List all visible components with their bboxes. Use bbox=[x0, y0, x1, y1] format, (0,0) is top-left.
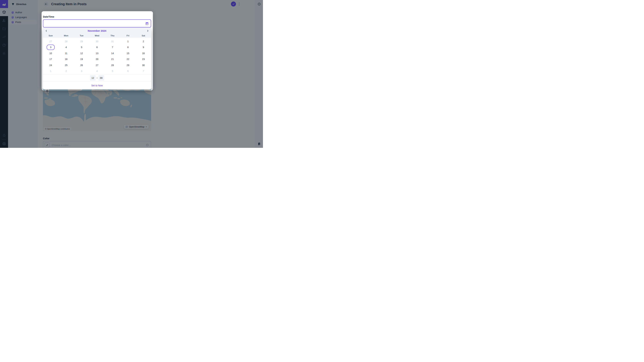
calendar-day[interactable]: 25 bbox=[58, 62, 74, 68]
calendar-day-selected[interactable]: 3 bbox=[43, 44, 58, 50]
check-icon bbox=[232, 3, 235, 5]
calendar-day[interactable]: 27 bbox=[89, 62, 105, 68]
calendar-day[interactable]: 7 bbox=[136, 68, 151, 74]
calendar-day[interactable]: 28 bbox=[58, 38, 74, 44]
calendar-day[interactable]: 6 bbox=[120, 68, 136, 74]
calendar-grid: 2728293031123456789101112131415161718192… bbox=[43, 38, 151, 74]
calendar-day[interactable]: 14 bbox=[105, 50, 120, 56]
calendar-day[interactable]: 11 bbox=[58, 50, 74, 56]
module-users[interactable] bbox=[0, 16, 8, 24]
calendar-day[interactable]: 1 bbox=[43, 68, 58, 74]
nav-sidebar: Directus AuthorLanguagesPosts bbox=[8, 0, 38, 148]
nav-item-languages[interactable]: Languages bbox=[9, 15, 37, 19]
calendar-day[interactable]: 9 bbox=[136, 44, 151, 50]
calendar-day[interactable]: 10 bbox=[43, 50, 58, 56]
weekday-label: Wed bbox=[89, 33, 105, 38]
module-help[interactable] bbox=[0, 41, 8, 49]
calendar-day[interactable]: 15 bbox=[120, 50, 136, 56]
chevron-down-icon bbox=[146, 126, 147, 128]
calendar-day[interactable]: 4 bbox=[89, 68, 105, 74]
notifications-button[interactable] bbox=[0, 131, 8, 139]
calendar-header: November 2024 SunMonTueWedThuFriSat bbox=[43, 28, 151, 38]
calendar-day[interactable]: 6 bbox=[89, 44, 105, 50]
previous-month-button[interactable] bbox=[44, 29, 48, 33]
calendar-day[interactable]: 2 bbox=[58, 68, 74, 74]
calendar-day[interactable]: 19 bbox=[74, 56, 89, 62]
database-icon bbox=[12, 21, 14, 23]
back-button[interactable] bbox=[44, 2, 48, 6]
color-input[interactable] bbox=[50, 144, 146, 146]
month-label[interactable]: November 2024 bbox=[88, 29, 106, 32]
calendar-day[interactable]: 27 bbox=[43, 38, 58, 44]
next-month-button[interactable] bbox=[146, 29, 150, 33]
map-field[interactable]: © OpenStreetMap contributors OpenStreetM… bbox=[43, 87, 151, 131]
calendar-day[interactable]: 26 bbox=[74, 62, 89, 68]
calendar-day[interactable]: 12 bbox=[74, 50, 89, 56]
calendar-day[interactable]: 20 bbox=[89, 56, 105, 62]
time-row: 12 : 00 bbox=[43, 74, 151, 81]
calendar-day[interactable]: 23 bbox=[136, 56, 151, 62]
calendar-day[interactable]: 30 bbox=[136, 62, 151, 68]
calendar-day[interactable]: 13 bbox=[89, 50, 105, 56]
map-icon bbox=[126, 125, 128, 128]
project-gem-icon bbox=[12, 2, 14, 6]
calendar-day[interactable]: 17 bbox=[43, 56, 58, 62]
set-to-now-button[interactable]: Set to Now bbox=[91, 84, 103, 87]
revisions-sidebar-button[interactable] bbox=[255, 140, 263, 148]
module-content[interactable] bbox=[0, 8, 8, 16]
arrow-left-icon bbox=[44, 3, 48, 5]
more-options-button[interactable] bbox=[238, 2, 241, 6]
info-icon bbox=[258, 2, 261, 6]
datetime-input-wrapper bbox=[43, 19, 151, 27]
palette-icon[interactable] bbox=[146, 144, 149, 146]
calendar-day[interactable]: 29 bbox=[120, 62, 136, 68]
weekday-label: Thu bbox=[105, 33, 120, 38]
module-insights[interactable] bbox=[0, 33, 8, 41]
calendar-day[interactable]: 22 bbox=[120, 56, 136, 62]
directus-logo[interactable] bbox=[0, 0, 8, 8]
nav-item-author[interactable]: Author bbox=[9, 10, 37, 14]
calendar-day[interactable]: 24 bbox=[43, 62, 58, 68]
calendar-icon[interactable] bbox=[146, 22, 148, 25]
nav-item-label: Posts bbox=[15, 21, 21, 23]
nav-item-posts[interactable]: Posts bbox=[9, 20, 37, 24]
database-icon bbox=[12, 16, 14, 18]
datetime-field-label: DateTime bbox=[43, 15, 54, 18]
map-add-point-button[interactable] bbox=[45, 89, 49, 93]
hour-input[interactable]: 12 bbox=[90, 75, 96, 81]
weekday-label: Tue bbox=[74, 33, 89, 38]
account-button[interactable] bbox=[0, 140, 8, 148]
module-settings[interactable] bbox=[0, 49, 8, 57]
info-sidebar-button[interactable] bbox=[255, 0, 263, 8]
pin-plus-icon bbox=[46, 90, 49, 92]
calendar-day[interactable]: 1 bbox=[120, 38, 136, 44]
project-header[interactable]: Directus bbox=[8, 0, 38, 8]
minute-input[interactable]: 00 bbox=[98, 75, 104, 81]
calendar-day[interactable]: 21 bbox=[105, 56, 120, 62]
calendar-day[interactable]: 3 bbox=[74, 68, 89, 74]
color-swatch-button[interactable] bbox=[44, 142, 50, 147]
calendar-day[interactable]: 28 bbox=[105, 62, 120, 68]
calendar-day[interactable]: 30 bbox=[89, 38, 105, 44]
calendar-day[interactable]: 16 bbox=[136, 50, 151, 56]
map-attribution: © OpenStreetMap contributors bbox=[44, 127, 71, 130]
chevron-right-icon bbox=[146, 30, 149, 32]
directus-app: © OpenStreetMap contributors OpenStreetM… bbox=[0, 0, 263, 148]
calendar-day[interactable]: 5 bbox=[105, 68, 120, 74]
calendar-day[interactable]: 7 bbox=[105, 44, 120, 50]
save-button[interactable] bbox=[231, 1, 236, 6]
calendar-day[interactable]: 2 bbox=[136, 38, 151, 44]
calendar-day[interactable]: 29 bbox=[74, 38, 89, 44]
database-icon bbox=[12, 11, 14, 14]
calendar-day[interactable]: 5 bbox=[74, 44, 89, 50]
module-files[interactable] bbox=[0, 25, 8, 33]
datetime-input[interactable] bbox=[43, 22, 146, 25]
project-name: Directus bbox=[16, 3, 26, 5]
calendar-day[interactable]: 4 bbox=[58, 44, 74, 50]
calendar-day[interactable]: 31 bbox=[105, 38, 120, 44]
gear-icon bbox=[2, 51, 6, 55]
map-layer-button[interactable]: OpenStreetMap bbox=[124, 125, 149, 129]
calendar-day[interactable]: 8 bbox=[120, 44, 136, 50]
calendar-day[interactable]: 18 bbox=[58, 56, 74, 62]
color-field bbox=[43, 141, 151, 148]
